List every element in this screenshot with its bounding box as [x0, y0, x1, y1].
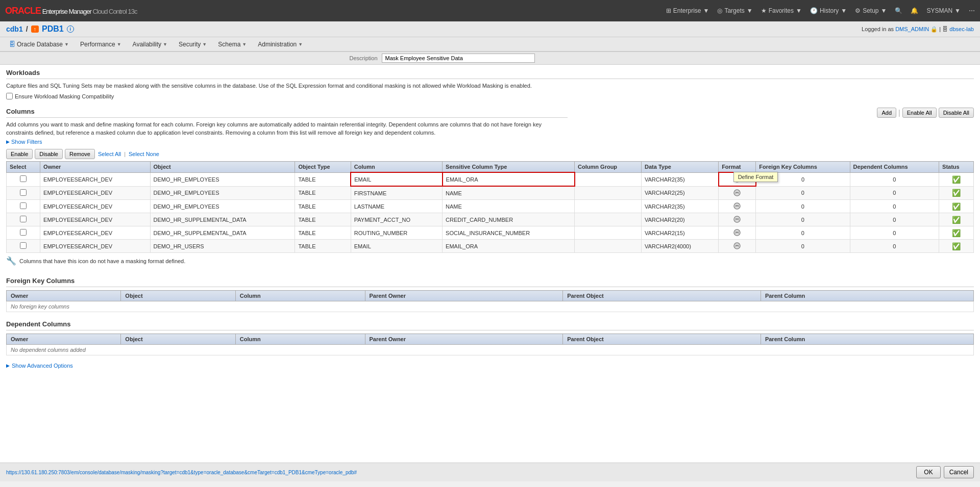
row-status: ✅ — [939, 240, 974, 253]
search-button[interactable]: 🔍 — [895, 7, 902, 14]
format-icon-5[interactable] — [732, 241, 742, 250]
ok-button[interactable]: OK — [916, 466, 940, 478]
cancel-button[interactable]: Cancel — [944, 466, 974, 478]
fk-title: Foreign Key Columns — [6, 277, 974, 287]
row-object: DEMO_HR_USERS — [150, 240, 295, 253]
row-object: DEMO_HR_SUPPLEMENTAL_DATA — [150, 213, 295, 226]
search-icon: 🔍 — [895, 7, 902, 14]
dep-th-parent-owner: Parent Owner — [365, 334, 563, 345]
workloads-text: Capture files and SQL Tuning Sets may be… — [6, 82, 974, 90]
menu-schema[interactable]: Schema ▼ — [213, 37, 252, 51]
topbar: ORACLE Enterprise Manager Cloud Control … — [0, 0, 980, 21]
dependent-columns-section: Dependent Columns Owner Object Column Pa… — [0, 316, 980, 360]
info-icon[interactable]: i — [67, 25, 74, 33]
select-all-link[interactable]: Select All — [98, 151, 121, 157]
workload-masking-label: Ensure Workload Masking Compatibility — [15, 93, 114, 99]
format-icon-3[interactable] — [732, 215, 742, 224]
clock-icon: 🕐 — [810, 7, 818, 14]
notifications-button[interactable]: 🔔 — [911, 7, 918, 14]
row-checkbox-2[interactable] — [20, 202, 27, 209]
history-label: History — [820, 7, 839, 14]
columns-header: Columns Add columns you want to mask and… — [6, 108, 974, 137]
setup-chevron: ▼ — [881, 7, 887, 14]
table-row: EMPLOYEESEARCH_DEV DEMO_HR_SUPPLEMENTAL_… — [7, 213, 974, 226]
menu-security[interactable]: Security ▼ — [174, 37, 212, 51]
user-chevron: ▼ — [954, 7, 961, 14]
row-sensitive-type: NAME — [443, 186, 575, 200]
advanced-triangle-icon: ▶ — [6, 363, 10, 368]
row-checkbox-4[interactable] — [20, 229, 27, 236]
format-icon-1[interactable] — [732, 188, 742, 197]
enable-all-button[interactable]: Enable All — [902, 108, 937, 118]
show-filters[interactable]: ▶ Show Filters — [6, 139, 974, 145]
row-sensitive-type: CREDIT_CARD_NUMBER — [443, 213, 575, 226]
fk-th-parent-column: Parent Column — [761, 291, 973, 301]
table-row: EMPLOYEESEARCH_DEV DEMO_HR_EMPLOYEES TAB… — [7, 186, 974, 200]
add-button[interactable]: Add — [877, 108, 896, 118]
row-col-group — [575, 240, 642, 253]
menu-performance[interactable]: Performance ▼ — [75, 37, 127, 51]
columns-title-block: Columns Add columns you want to mask and… — [6, 108, 568, 137]
row-checkbox-5[interactable] — [20, 242, 27, 249]
row-fk-cols: 0 — [756, 226, 850, 240]
fk-th-parent-owner: Parent Owner — [365, 291, 563, 301]
columns-desc: Add columns you want to mask and define … — [6, 121, 568, 137]
star-icon: ★ — [761, 7, 767, 14]
pdb1-link[interactable]: PDB1 — [42, 24, 64, 34]
favorites-menu[interactable]: ★ Favorites ▼ — [761, 7, 802, 14]
em-subtitle: Cloud Control 13c — [92, 8, 137, 15]
oracle-logo: ORACLE Enterprise Manager Cloud Control … — [5, 6, 137, 16]
table-toolbar: Enable Disable Remove Select All | Selec… — [6, 147, 974, 161]
menu-administration[interactable]: Administration ▼ — [253, 37, 308, 51]
columns-table: Select Owner Object Object Type Column S… — [6, 161, 974, 253]
row-format — [719, 213, 756, 226]
row-checkbox-3[interactable] — [20, 216, 27, 222]
row-data-type: VARCHAR2(35) — [642, 172, 719, 186]
advanced-options[interactable]: ▶ Show Advanced Options — [0, 360, 980, 372]
row-fk-cols: 0 — [756, 186, 850, 200]
admin-user-link[interactable]: DMS_ADMIN — [895, 26, 929, 32]
enable-button[interactable]: Enable — [6, 149, 33, 159]
row-col-group — [575, 200, 642, 213]
remove-button[interactable]: Remove — [65, 149, 95, 159]
separator-1: | — [898, 109, 900, 117]
menu-administration-label: Administration — [258, 41, 297, 48]
format-icon-4[interactable] — [732, 228, 742, 237]
menu-security-label: Security — [179, 41, 201, 48]
fk-empty-msg: No foreign key columns — [7, 301, 974, 312]
row-status: ✅ — [939, 213, 974, 226]
user-label: SYSMAN — [926, 7, 952, 14]
row-dep-cols: 0 — [850, 200, 939, 213]
row-format — [719, 186, 756, 200]
disable-all-button[interactable]: Disable All — [939, 108, 974, 118]
enterprise-menu[interactable]: ⊞ Enterprise ▼ — [666, 7, 709, 14]
targets-label: Targets — [724, 7, 744, 14]
row-checkbox-0[interactable] — [20, 175, 27, 182]
disable-button[interactable]: Disable — [35, 149, 63, 159]
row-select-cell — [7, 240, 40, 253]
status-ok-icon: ✅ — [952, 175, 961, 184]
menu-schema-chevron: ▼ — [242, 42, 247, 47]
row-owner: EMPLOYEESEARCH_DEV — [40, 226, 150, 240]
description-input[interactable] — [382, 54, 535, 63]
workload-masking-checkbox[interactable] — [6, 93, 13, 99]
user-menu[interactable]: SYSMAN ▼ — [926, 7, 961, 14]
row-sensitive-type: SOCIAL_INSURANCE_NUMBER — [443, 226, 575, 240]
history-menu[interactable]: 🕐 History ▼ — [810, 7, 847, 14]
setup-menu[interactable]: ⚙ Setup ▼ — [855, 7, 887, 14]
select-none-link[interactable]: Select None — [129, 151, 159, 157]
row-object: DEMO_HR_SUPPLEMENTAL_DATA — [150, 226, 295, 240]
enterprise-icon: ⊞ — [666, 7, 671, 14]
wrench-icon: 🔧 — [6, 256, 16, 266]
menu-oracle-database[interactable]: 🗄 Oracle Database ▼ — [4, 37, 74, 51]
svg-point-11 — [738, 218, 739, 219]
row-format — [719, 240, 756, 253]
menu-availability[interactable]: Availability ▼ — [128, 37, 173, 51]
cdb1-link[interactable]: cdb1 — [6, 25, 23, 33]
row-object-type: TABLE — [295, 172, 351, 186]
host-link[interactable]: dbsec-lab — [949, 26, 974, 32]
row-checkbox-1[interactable] — [20, 189, 27, 196]
more-menu[interactable]: ⋯ — [969, 7, 975, 14]
targets-menu[interactable]: ◎ Targets ▼ — [717, 7, 752, 14]
format-icon-2[interactable] — [732, 201, 742, 211]
